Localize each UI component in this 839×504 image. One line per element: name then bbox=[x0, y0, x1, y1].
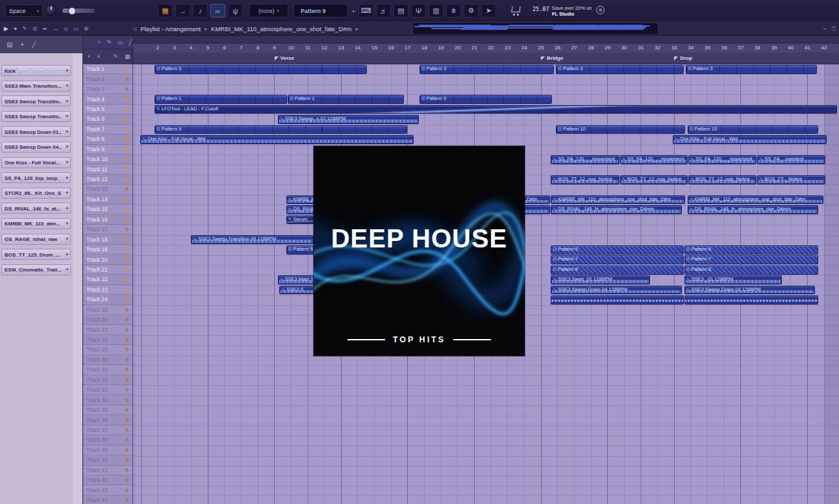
track-mute-led[interactable] bbox=[125, 468, 129, 472]
breadcrumb-file[interactable]: KMRBI_MK_110_atmosphere_one_shot_fate_D#… bbox=[211, 25, 351, 32]
drag-handle-icon[interactable]: + bbox=[66, 266, 69, 273]
pan-icon[interactable]: ↔ bbox=[53, 25, 58, 32]
mic-icon[interactable]: ψ bbox=[228, 4, 243, 18]
track-mute-led[interactable] bbox=[125, 358, 129, 361]
track-name[interactable]: Track 21 bbox=[86, 266, 108, 273]
pointer-icon[interactable]: ➤ bbox=[481, 4, 496, 18]
track-row[interactable]: Track 3 bbox=[83, 84, 132, 94]
select-icon[interactable]: ▭ bbox=[73, 25, 79, 32]
track-name[interactable]: Track 7 bbox=[86, 126, 105, 132]
track-row[interactable]: Track 4 bbox=[83, 94, 132, 104]
track-mute-led[interactable] bbox=[125, 438, 129, 442]
track-name[interactable]: Track 41 bbox=[86, 467, 108, 473]
track-row[interactable]: Track 28 bbox=[83, 335, 132, 345]
zoom-icon[interactable]: ⊕ bbox=[84, 25, 89, 32]
track-row[interactable]: Track 43 bbox=[83, 485, 132, 495]
track-row[interactable]: Track 12 bbox=[83, 175, 132, 184]
track-mute-led[interactable] bbox=[125, 298, 129, 301]
track-mute-led[interactable] bbox=[125, 147, 129, 151]
track-mute-led[interactable] bbox=[125, 318, 129, 321]
track-mute-led[interactable] bbox=[125, 288, 129, 291]
track-name[interactable]: Track 32 bbox=[86, 377, 108, 383]
splitter-icon[interactable]: ⋔ bbox=[446, 4, 461, 18]
track-mute-led[interactable] bbox=[125, 418, 129, 422]
track-row[interactable]: Track 20 bbox=[83, 255, 132, 264]
track-row[interactable]: Track 40 bbox=[83, 455, 132, 465]
play-icon[interactable]: ▶ bbox=[4, 25, 8, 32]
track-row[interactable]: Track 33 bbox=[83, 385, 132, 395]
playlist-clip[interactable]: ▸▸▸▸▸▸▸▸▸▸▸▸▸▸▸▸▸▸▸▸▸▸▸▸▸▸▸▸▸▸▸▸▸▸▸▸▸▸▸▸… bbox=[551, 296, 683, 305]
drag-handle-icon[interactable]: + bbox=[66, 68, 69, 74]
track-mute-led[interactable] bbox=[125, 409, 129, 412]
restore-button[interactable]: □ bbox=[833, 25, 836, 32]
browser-item[interactable]: Kick+ bbox=[1, 65, 71, 76]
track-mute-led[interactable] bbox=[125, 348, 129, 351]
track-name[interactable]: Track 44 bbox=[86, 497, 108, 503]
drag-handle-icon[interactable]: + bbox=[66, 159, 69, 166]
track-name[interactable]: Track 2 bbox=[86, 76, 105, 82]
track-row[interactable]: Track 13 bbox=[83, 184, 132, 194]
track-mute-led[interactable] bbox=[125, 68, 129, 71]
track-name[interactable]: Track 35 bbox=[86, 407, 108, 413]
track-name[interactable]: Track 26 bbox=[86, 316, 108, 323]
track-mute-led[interactable] bbox=[125, 479, 129, 482]
track-name[interactable]: Track 3 bbox=[86, 86, 105, 92]
track-name[interactable]: Track 19 bbox=[86, 246, 108, 253]
track-name[interactable]: Track 27 bbox=[86, 327, 108, 333]
playlist-clip[interactable]: ⊟Pattern 10 bbox=[556, 125, 685, 134]
playlist-clip[interactable]: ⊟Pattern 3 bbox=[556, 65, 684, 74]
playlist-clip[interactable]: ∿SS_FA_120_.._movement bbox=[688, 155, 757, 164]
track-row[interactable]: Track 36 bbox=[83, 415, 132, 425]
track-name[interactable]: Track 29 bbox=[86, 346, 108, 353]
select-tool-icon[interactable]: + bbox=[97, 39, 101, 45]
track-mute-led[interactable] bbox=[125, 238, 129, 241]
arrow-right-icon[interactable]: → bbox=[175, 4, 190, 18]
track-name[interactable]: Track 11 bbox=[86, 166, 107, 173]
track-name[interactable]: Track 1 bbox=[86, 66, 105, 72]
track-name[interactable]: Track 13 bbox=[86, 186, 108, 192]
track-name[interactable]: Track 30 bbox=[86, 357, 108, 363]
instrument-selector[interactable]: (none) ▾ bbox=[249, 4, 288, 18]
track-row[interactable]: Track 39 bbox=[83, 446, 132, 455]
track-row[interactable]: Track 11 bbox=[83, 164, 132, 174]
track-name[interactable]: Track 14 bbox=[86, 196, 108, 203]
track-mute-led[interactable] bbox=[125, 208, 129, 211]
playlist-clip[interactable]: ⊟Pattern 5 bbox=[684, 246, 819, 255]
track-row[interactable]: Track 9 bbox=[83, 145, 132, 155]
drag-handle-icon[interactable]: + bbox=[66, 236, 69, 242]
track-mute-led[interactable] bbox=[125, 248, 129, 251]
track-name[interactable]: Track 25 bbox=[86, 307, 108, 313]
track-name[interactable]: Track 20 bbox=[86, 257, 108, 263]
track-name[interactable]: Track 5 bbox=[86, 106, 105, 112]
playlist-clip[interactable]: ∿SSE3 Sweep Down 04 128BPM bbox=[684, 286, 816, 295]
globe-icon[interactable]: ⊕ bbox=[596, 6, 605, 14]
track-row[interactable]: Track 24 bbox=[83, 295, 132, 305]
playlist-clip[interactable]: ∿SS_FA_120_.._movement bbox=[620, 155, 688, 164]
track-mute-led[interactable] bbox=[125, 459, 129, 462]
playlist-clip[interactable]: ∿SSE3 Swee_01 128BPM bbox=[551, 275, 650, 284]
track-name[interactable]: Track 24 bbox=[86, 296, 108, 303]
track-name[interactable]: Track 33 bbox=[86, 386, 108, 393]
playlist-clip[interactable]: ⊟Pattern 3 bbox=[419, 65, 554, 74]
track-row[interactable]: Track 2 bbox=[83, 74, 132, 84]
track-name[interactable]: Track 22 bbox=[86, 276, 108, 283]
filter-icon[interactable]: ╱ bbox=[32, 41, 36, 48]
playlist-clip[interactable]: ⊟Pattern 5 bbox=[551, 246, 683, 255]
track-mute-led[interactable] bbox=[125, 138, 129, 141]
track-name[interactable]: Track 4 bbox=[86, 96, 105, 103]
track-mute-led[interactable] bbox=[125, 448, 129, 451]
track-row[interactable]: Track 18 bbox=[83, 234, 132, 244]
track-mute-led[interactable] bbox=[125, 228, 129, 231]
playlist-clip[interactable]: ⊟Pattern 9 bbox=[419, 95, 552, 104]
track-name[interactable]: Track 37 bbox=[86, 427, 108, 433]
breadcrumb-window[interactable]: Playlist - Arrangement bbox=[140, 25, 201, 32]
browser-item[interactable]: SSE3 Sweep Transitio...+ bbox=[1, 111, 71, 122]
playlist-clip[interactable]: ∿SS_FA_120_.._movement bbox=[551, 155, 619, 164]
playlist-clip[interactable]: ⊟Pattern 10 bbox=[688, 125, 819, 134]
track-row[interactable]: Track 7 bbox=[83, 125, 132, 134]
track-mute-led[interactable] bbox=[125, 188, 129, 191]
track-row[interactable]: Track 31 bbox=[83, 365, 132, 375]
drag-handle-icon[interactable]: + bbox=[66, 251, 69, 258]
track-row[interactable]: Track 25 bbox=[83, 305, 132, 315]
track-mute-led[interactable] bbox=[125, 268, 129, 271]
